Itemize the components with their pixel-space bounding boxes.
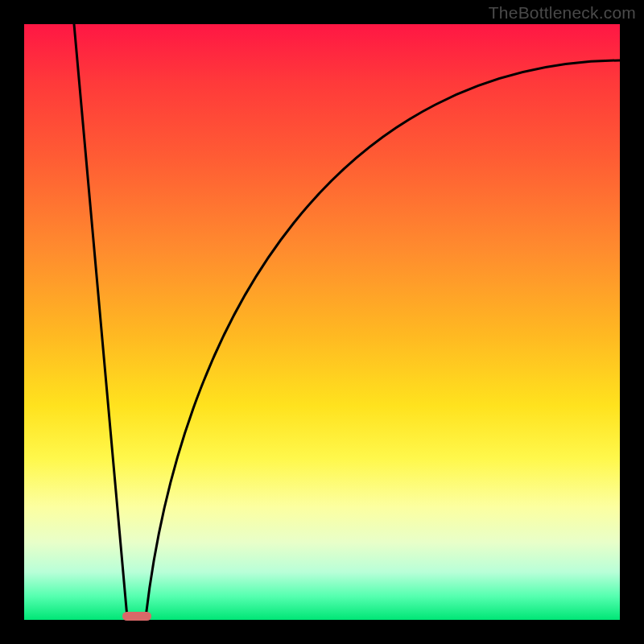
right-curve <box>146 60 620 617</box>
watermark-text: TheBottleneck.com <box>489 3 636 23</box>
plot-area <box>24 24 620 620</box>
curves-svg <box>24 24 620 620</box>
minimum-marker <box>122 612 151 621</box>
chart-frame: TheBottleneck.com <box>0 0 644 644</box>
left-line <box>74 24 127 617</box>
